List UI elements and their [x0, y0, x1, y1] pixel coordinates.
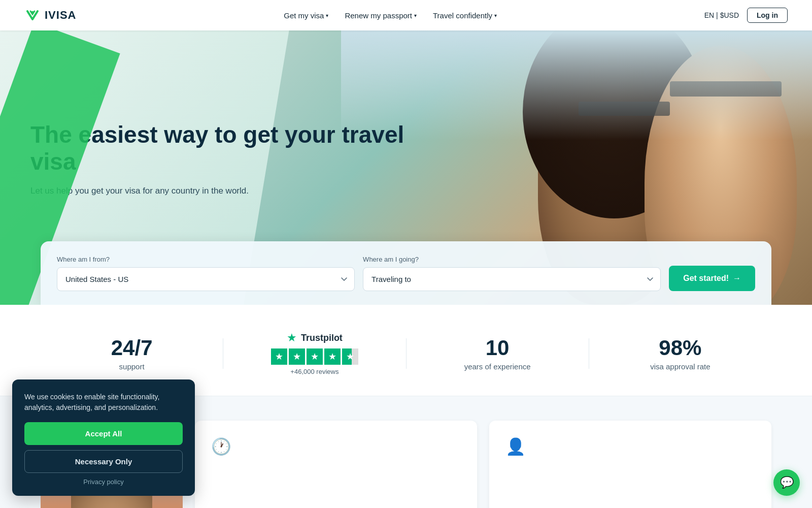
person-icon: 👤	[505, 437, 526, 456]
trustpilot-stars: ★ ★ ★ ★ ★	[223, 348, 405, 365]
card-person: 👤	[489, 421, 771, 508]
trustpilot-header: ★ Trustpilot	[223, 331, 405, 344]
trustpilot-name: Trustpilot	[301, 333, 343, 343]
stat-approval: 98% visa approval rate	[589, 336, 771, 371]
clock-icon: 🕐	[211, 437, 231, 456]
stat-support-number: 24/7	[41, 336, 223, 360]
locale-selector[interactable]: EN | $USD	[704, 11, 739, 19]
trustpilot-star-icon: ★	[287, 331, 297, 344]
cookie-text: We use cookies to enable site functional…	[24, 392, 183, 413]
to-select[interactable]: Traveling to France Germany Japan Brazil	[363, 267, 661, 291]
nav-links: Get my visa ▾ Renew my passport ▾ Travel…	[284, 11, 497, 20]
stat-approval-label: visa approval rate	[589, 362, 771, 371]
logo-text: IVISA	[45, 9, 76, 22]
navbar: IVISA Get my visa ▾ Renew my passport ▾ …	[0, 0, 812, 30]
accept-all-button[interactable]: Accept All	[24, 422, 183, 445]
logo-icon	[24, 7, 41, 23]
arrow-icon: →	[733, 274, 741, 283]
necessary-only-button[interactable]: Necessary Only	[24, 450, 183, 473]
star-2: ★	[289, 348, 305, 365]
nav-link-passport[interactable]: Renew my passport ▾	[345, 11, 417, 20]
stat-approval-number: 98%	[589, 336, 771, 360]
to-label: Where am I going?	[363, 256, 661, 263]
stat-support: 24/7 support	[41, 336, 223, 371]
stat-support-label: support	[41, 362, 223, 371]
chat-icon: 💬	[780, 476, 794, 489]
to-field: Where am I going? Traveling to France Ge…	[363, 256, 661, 291]
star-1: ★	[271, 348, 287, 365]
from-select[interactable]: United States - US United Kingdom - UK C…	[57, 267, 355, 291]
privacy-policy-link[interactable]: Privacy policy	[24, 478, 183, 486]
stat-experience-label: years of experience	[407, 362, 589, 371]
get-started-button[interactable]: Get started! →	[669, 266, 755, 291]
nav-link-visa[interactable]: Get my visa ▾	[284, 11, 328, 20]
from-label: Where am I from?	[57, 256, 355, 263]
nav-link-travel[interactable]: Travel confidently ▾	[433, 11, 497, 20]
stat-experience: 10 years of experience	[407, 336, 589, 371]
card-clock: 🕐	[195, 421, 477, 508]
star-4: ★	[324, 348, 341, 365]
star-3: ★	[307, 348, 323, 365]
cookie-banner: We use cookies to enable site functional…	[12, 379, 195, 496]
chevron-down-icon: ▾	[326, 13, 328, 18]
star-5: ★	[342, 348, 358, 365]
hero-section: The easiest way to get your travel visa …	[0, 30, 812, 305]
chevron-down-icon: ▾	[494, 13, 497, 18]
hero-subtitle: Let us help you get your visa for any co…	[30, 184, 416, 198]
chevron-down-icon: ▾	[414, 13, 417, 18]
nav-right: EN | $USD Log in	[704, 8, 788, 23]
chat-button[interactable]: 💬	[773, 469, 800, 496]
logo[interactable]: IVISA	[24, 7, 76, 23]
trustpilot-reviews: +46,000 reviews	[223, 368, 405, 375]
trustpilot-block: ★ Trustpilot ★ ★ ★ ★ ★ +46,000 reviews	[223, 331, 405, 375]
from-field: Where am I from? United States - US Unit…	[57, 256, 355, 291]
search-box: Where am I from? United States - US Unit…	[41, 241, 771, 305]
login-button[interactable]: Log in	[747, 8, 788, 23]
stat-experience-number: 10	[407, 336, 589, 360]
